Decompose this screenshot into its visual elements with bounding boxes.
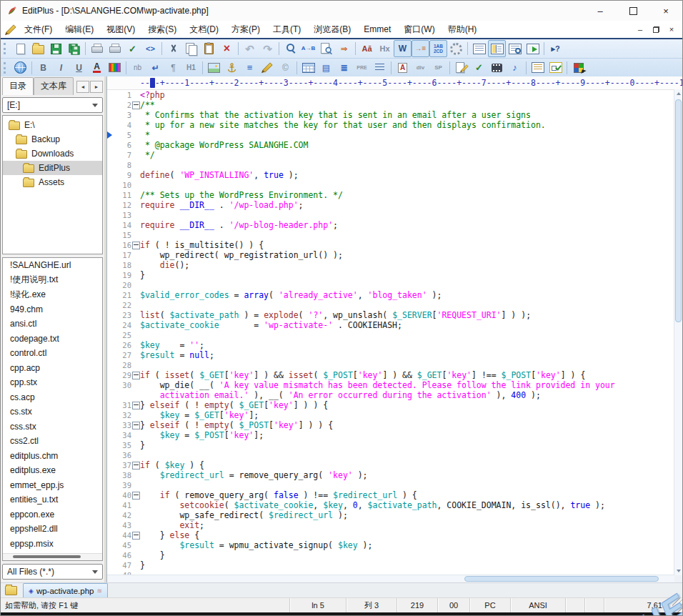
word-wrap-button[interactable]: W — [394, 40, 412, 57]
file-item[interactable]: emmet_epp.js — [3, 478, 102, 493]
vertical-scrollbar[interactable] — [674, 89, 682, 575]
heading-button[interactable]: H1 — [182, 59, 200, 76]
menu-item-d[interactable]: 文档(D) — [183, 22, 225, 36]
file-item[interactable]: eppshell2.dll — [3, 522, 102, 537]
code-line[interactable]: 38 $redirect_url = remove_query_arg( 'ke… — [107, 470, 682, 480]
code-line[interactable]: 12require __DIR__ . '/wp-load.php'; — [107, 200, 682, 210]
new-file-button[interactable] — [11, 40, 29, 57]
menu-item-p[interactable]: 方案(P) — [225, 22, 266, 36]
file-item[interactable]: cpp.stx — [3, 375, 102, 390]
code-line[interactable]: 45 $result = wpmu_activate_signup( $key … — [107, 540, 682, 550]
tree-item-downloads[interactable]: Downloads — [3, 146, 102, 161]
open-file-button[interactable] — [29, 40, 47, 57]
code-line[interactable]: 28 — [107, 360, 682, 370]
cliptext-window-button[interactable] — [470, 40, 488, 57]
code-line[interactable]: 36 — [107, 450, 682, 460]
file-item[interactable]: 949.chm — [3, 302, 102, 317]
fold-collapse-icon[interactable] — [132, 492, 140, 500]
code-line[interactable]: 47} — [107, 560, 682, 570]
file-item[interactable]: cs.stx — [3, 404, 102, 419]
drive-select[interactable]: [E:] — [2, 97, 103, 113]
mdi-restore-button[interactable] — [648, 23, 664, 36]
file-item[interactable]: !SALANGHE.url — [3, 258, 102, 273]
tree-item-assets[interactable]: Assets — [3, 175, 102, 189]
menu-item-e[interactable]: 编辑(E) — [59, 22, 100, 36]
fold-collapse-icon[interactable] — [132, 242, 140, 249]
code-line[interactable]: 29if ( isset( $_GET['key'] ) && isset( $… — [107, 370, 682, 380]
fold-collapse-icon[interactable] — [132, 422, 140, 429]
code-line[interactable]: 5 * — [107, 130, 682, 140]
resize-grip[interactable] — [672, 598, 682, 612]
file-item[interactable]: editplus.exe — [3, 463, 102, 478]
tree-item-backup[interactable]: Backup — [3, 132, 102, 146]
multimedia-button[interactable] — [488, 59, 506, 76]
file-list-hscrollbar[interactable] — [3, 553, 102, 560]
div-tag-button[interactable]: div — [412, 59, 429, 76]
delete-button[interactable]: × — [218, 40, 236, 57]
code-line[interactable]: 27$result = null; — [107, 350, 682, 360]
file-item[interactable]: !绿化.exe — [3, 287, 102, 302]
center-text-button[interactable]: ≣ — [335, 59, 353, 76]
code-line[interactable]: 11/** Sets up the WordPress Environment.… — [107, 190, 682, 200]
menu-item-h[interactable]: 帮助(H) — [442, 22, 484, 36]
line-break-button[interactable]: ↵ — [146, 59, 164, 76]
code-area[interactable]: 1<?php2/**3 * Confirms that the activati… — [107, 90, 682, 582]
code-line[interactable]: 2/** — [107, 100, 682, 110]
code-line[interactable]: 44 } else { — [107, 530, 682, 540]
fold-collapse-icon[interactable] — [132, 532, 140, 540]
code-line[interactable]: 7 */ — [107, 150, 682, 160]
file-item[interactable]: cs.acp — [3, 390, 102, 405]
toolbar-grip[interactable] — [4, 62, 9, 74]
insert-image-button[interactable] — [205, 59, 223, 76]
browser-window-button[interactable] — [524, 40, 542, 57]
fold-collapse-icon[interactable] — [132, 402, 140, 409]
copy-button[interactable] — [182, 40, 200, 57]
color-picker-button[interactable] — [106, 59, 124, 76]
goto-line-button[interactable]: ⇒ — [335, 40, 353, 57]
mdi-minimize-button[interactable]: – — [632, 23, 648, 36]
code-line[interactable]: 21$valid_error_codes = array( 'already_a… — [107, 290, 682, 300]
find-button[interactable] — [281, 40, 299, 57]
character-entity-button[interactable]: A — [394, 59, 412, 76]
code-line[interactable]: 46 } — [107, 550, 682, 560]
file-item[interactable]: editplus.chm — [3, 449, 102, 464]
code-line[interactable]: 33} elseif ( ! empty( $_POST['key'] ) ) … — [107, 420, 682, 430]
form-elements-button[interactable] — [529, 59, 547, 76]
bullet-list-button[interactable] — [371, 59, 389, 76]
code-line[interactable]: 30 wp_die( __( 'A key value mismatch has… — [107, 380, 682, 390]
document-tab[interactable]: ◈ wp-activate.php ≋ — [23, 583, 108, 597]
code-line[interactable]: 1<?php — [107, 90, 682, 100]
window-colors-button[interactable] — [569, 59, 587, 76]
font-color-button[interactable]: A — [88, 59, 106, 76]
code-line[interactable]: 17 wp_redirect( wp_registration_url() ); — [107, 250, 682, 260]
code-line[interactable]: 14require __DIR__ . '/wp-blog-header.php… — [107, 220, 682, 230]
code-line[interactable]: 10 — [107, 180, 682, 190]
file-item[interactable]: eppsp.msix — [3, 537, 102, 552]
paragraph-button[interactable]: ¶ — [164, 59, 182, 76]
code-line[interactable]: 31} elseif ( ! empty( $_GET['key'] ) ) { — [107, 400, 682, 410]
fold-collapse-icon[interactable] — [132, 101, 140, 109]
folder-icon[interactable] — [5, 586, 17, 595]
function-list-button[interactable] — [506, 40, 524, 57]
directory-window-button[interactable] — [488, 40, 506, 57]
italic-button[interactable]: I — [52, 59, 70, 76]
form-checkbox-button[interactable] — [547, 59, 564, 76]
file-item[interactable]: css.stx — [3, 419, 102, 434]
spell-check-button[interactable]: ✓ — [124, 40, 141, 57]
scroll-up-icon[interactable] — [674, 89, 682, 98]
tree-item-editplus[interactable]: EditPlus — [3, 161, 102, 175]
menu-item-emmet[interactable]: Emmet — [357, 22, 397, 36]
code-line[interactable]: 32 $key = $_GET['key']; — [107, 410, 682, 420]
span-tag-button[interactable]: SP — [429, 59, 447, 76]
vertical-scroll-thumb[interactable] — [675, 99, 682, 322]
change-case-button[interactable]: Aā — [358, 40, 376, 57]
menu-item-t[interactable]: 工具(T) — [266, 22, 307, 36]
code-line[interactable]: 19} — [107, 270, 682, 280]
file-item[interactable]: codepage.txt — [3, 332, 102, 347]
menu-item-s[interactable]: 搜索(S) — [141, 22, 183, 36]
save-all-button[interactable] — [65, 40, 83, 57]
view-in-browser-button[interactable] — [11, 59, 29, 76]
replace-button[interactable]: A→B — [299, 40, 317, 57]
audio-button[interactable]: ♪ — [506, 59, 524, 76]
horizontal-scrollbar[interactable] — [107, 575, 674, 582]
